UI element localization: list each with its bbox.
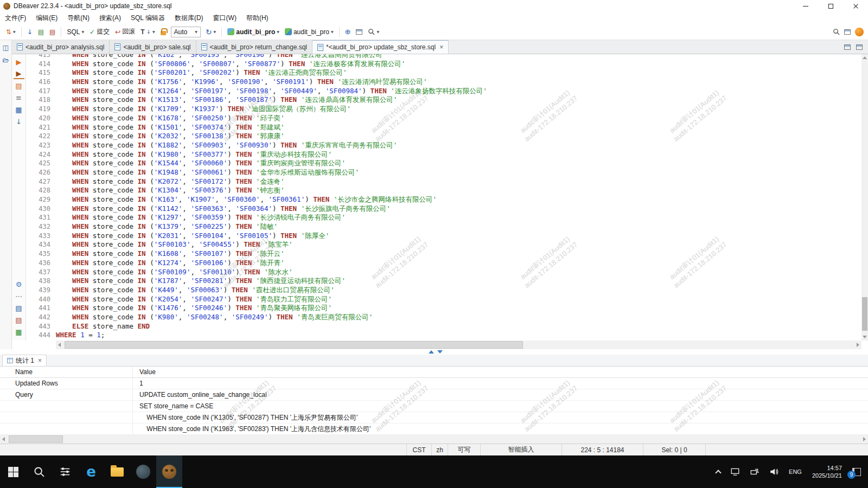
line-number: 434 <box>26 240 56 249</box>
table-row[interactable]: QueryUPDATE custom_online_sale_change_lo… <box>0 389 868 401</box>
database-navigator-icon[interactable]: 🗁 <box>2 56 10 64</box>
connection-selector[interactable]: audit_bi_pro ▼ <box>225 25 282 38</box>
sql-dropdown[interactable]: SQL ▼ <box>64 25 87 38</box>
taskbar-clock[interactable]: 14:57 2025/10/21 <box>808 464 846 479</box>
editor-tab[interactable]: *<audit_bi_pro> update_sbz_store.sql× <box>312 40 449 54</box>
scroll-down-arrow-icon[interactable] <box>863 336 867 338</box>
close-button[interactable] <box>843 0 868 12</box>
compare-button[interactable] <box>353 25 365 38</box>
editor-tab[interactable]: <audit_bi_pro> return_change.sql <box>196 40 312 54</box>
sash-down-icon[interactable] <box>437 350 443 354</box>
tray-expand-button[interactable] <box>712 455 724 488</box>
code-editor[interactable]: 413 WHEN store_code IN ('K162', 'SF00195… <box>26 54 861 341</box>
file-explorer-button[interactable] <box>104 455 130 488</box>
menu-item[interactable]: 搜索(A) <box>94 12 126 24</box>
toolbar-search-icon[interactable] <box>833 28 840 35</box>
scroll-left-arrow-icon[interactable] <box>2 437 5 441</box>
maximize-button[interactable] <box>818 0 843 12</box>
tab-close-icon[interactable]: × <box>37 357 42 364</box>
network-button[interactable]: ⊕ <box>342 25 354 38</box>
horizontal-scroll-thumb[interactable] <box>65 341 523 349</box>
dbeaver-perspective-icon[interactable] <box>855 28 864 36</box>
sql-label: SQL <box>67 28 80 36</box>
column-header-name[interactable]: Name <box>0 367 133 377</box>
editor-horizontal-scrollbar[interactable] <box>56 341 861 349</box>
settings-gear-icon[interactable]: ⚙ <box>14 279 24 290</box>
language-indicator[interactable]: ENG <box>785 455 806 488</box>
scroll-right-arrow-icon[interactable] <box>857 343 859 347</box>
editor-tab[interactable]: <audit_bi_pro> analysis.sql <box>12 40 110 54</box>
line-number: 418 <box>26 95 56 105</box>
results-scroll-thumb[interactable] <box>9 435 63 443</box>
menu-item[interactable]: 导航(N) <box>62 12 94 24</box>
column-header-value[interactable]: Value <box>133 367 156 377</box>
sash-up-icon[interactable] <box>429 350 434 354</box>
restore-view-icon[interactable]: ◫ <box>2 43 10 52</box>
scroll-left-arrow-icon[interactable] <box>58 343 61 347</box>
editor-tab[interactable]: <audit_bi_pro> sale.sql <box>110 40 196 54</box>
minimize-editor-icon[interactable] <box>844 44 851 50</box>
statistics-tab[interactable]: 统计 1 × <box>2 355 47 366</box>
menu-item[interactable]: 窗口(W) <box>208 12 241 24</box>
query-log-icon[interactable]: ▦ <box>14 104 24 115</box>
menu-item[interactable]: SQL 编辑器 <box>126 12 170 24</box>
open-sql-script-button[interactable]: ▤ <box>47 25 58 38</box>
transaction-mode-dropdown[interactable]: T ↓ ▼ <box>138 25 157 38</box>
minimize-view-icon[interactable] <box>844 29 851 35</box>
menu-item[interactable]: 帮助(H) <box>241 12 273 24</box>
search-dropdown[interactable]: ▼ <box>365 25 382 38</box>
transaction-icon: T <box>141 28 144 36</box>
table-row[interactable]: Updated Rows1 <box>0 378 868 389</box>
execute-script-icon[interactable]: ▶ <box>14 68 24 79</box>
rollback-button[interactable]: ↩ 回滚 <box>112 25 138 38</box>
dbeaver-taskbar-button[interactable] <box>156 455 182 488</box>
edge-browser-button[interactable]: e <box>78 455 104 488</box>
notification-center-button[interactable]: 9 <box>848 465 865 479</box>
data-grid-icon[interactable]: ▦ <box>14 326 24 337</box>
schema-selector[interactable]: audit_bi_pro ▼ <box>282 25 336 38</box>
date-label: 2025/10/21 <box>812 472 842 479</box>
taskbar-search-button[interactable] <box>26 455 52 488</box>
tab-close-icon[interactable]: × <box>438 43 443 51</box>
menu-item[interactable]: 文件(F) <box>0 12 31 24</box>
explain-plan-icon[interactable]: ≡ <box>14 92 24 103</box>
code-text: WHEN store_code IN ('K1787', 'SF00281') … <box>56 277 861 286</box>
execute-new-tab-icon[interactable]: ▤ <box>14 80 24 91</box>
download-icon: ↓ <box>27 28 33 36</box>
execute-statement-icon[interactable]: ▶ <box>14 56 24 67</box>
menu-item[interactable]: 数据库(D) <box>170 12 208 24</box>
file-status-icon[interactable]: ▤ <box>14 314 24 325</box>
new-sql-editor-button[interactable]: ▤ <box>35 25 47 38</box>
dbeaver-app-icon <box>162 465 176 479</box>
minimize-button[interactable] <box>793 0 818 12</box>
start-button[interactable] <box>0 455 26 488</box>
tray-display-button[interactable] <box>726 455 744 488</box>
scroll-right-arrow-icon[interactable] <box>863 437 866 441</box>
maximize-editor-icon[interactable] <box>856 44 863 50</box>
line-number: 424 <box>26 150 56 159</box>
results-horizontal-scrollbar[interactable] <box>0 435 868 444</box>
tray-network-button[interactable] <box>746 455 763 488</box>
more-options-icon[interactable]: ⋯ <box>14 291 24 301</box>
lock-button[interactable] <box>158 25 169 38</box>
scroll-up-arrow-icon[interactable] <box>863 56 867 59</box>
menu-item[interactable]: 编辑(E) <box>31 12 62 24</box>
tray-volume-button[interactable] <box>765 455 783 488</box>
pinned-app-button[interactable] <box>130 455 156 488</box>
refresh-button[interactable]: ↻ ▼ <box>203 25 219 38</box>
vertical-scroll-thumb[interactable] <box>862 297 867 331</box>
export-result-icon[interactable]: ↓ <box>14 116 24 127</box>
connection-name: audit_bi_pro <box>236 28 275 36</box>
commit-button[interactable]: ✓ 提交 <box>87 25 112 38</box>
table-row[interactable]: WHEN store_code IN ('K1305', 'SF00287') … <box>0 412 868 423</box>
table-row[interactable]: SET store_name = CASE <box>0 401 868 412</box>
table-row[interactable]: WHEN store_code IN ('K1963', 'SF00283') … <box>0 423 868 435</box>
fetch-data-button[interactable]: ↓ <box>24 25 35 38</box>
line-number: 426 <box>26 168 56 177</box>
editor-results-sash[interactable] <box>0 349 868 355</box>
save-file-icon[interactable]: ▤ <box>14 303 24 313</box>
task-view-button[interactable] <box>52 455 78 488</box>
editor-vertical-scrollbar[interactable] <box>861 54 868 341</box>
auto-refresh-combo[interactable]: Auto ▼ <box>171 27 201 37</box>
open-connection-button[interactable]: ⇅ ▼ <box>3 25 18 38</box>
